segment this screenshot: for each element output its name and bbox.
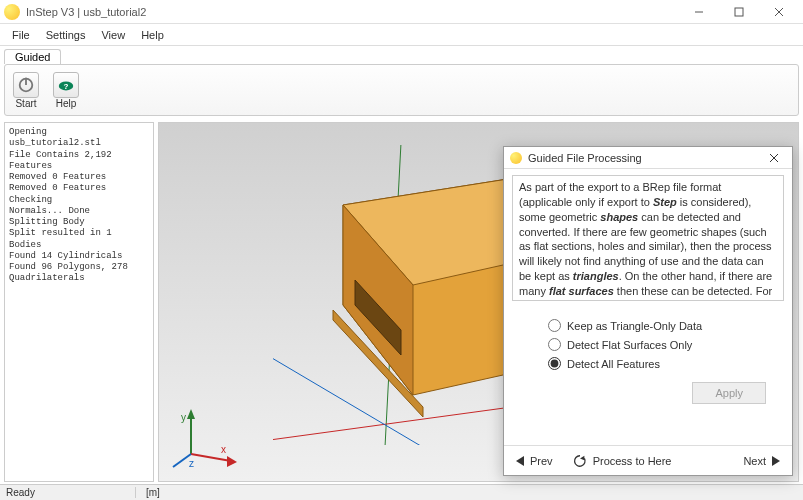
- help-cloud-icon: ?: [57, 76, 75, 94]
- menu-view[interactable]: View: [93, 24, 133, 45]
- maximize-button[interactable]: [719, 0, 759, 24]
- app-icon: [4, 4, 20, 20]
- window-titlebar: InStep V3 | usb_tutorial2: [0, 0, 803, 24]
- svg-rect-1: [735, 8, 743, 16]
- option-flat-only[interactable]: Detect Flat Surfaces Only: [548, 338, 784, 351]
- svg-marker-18: [187, 409, 195, 419]
- help-label: Help: [56, 98, 77, 109]
- svg-marker-27: [580, 455, 584, 459]
- window-title: InStep V3 | usb_tutorial2: [26, 6, 679, 18]
- start-label: Start: [15, 98, 36, 109]
- log-panel: Opening usb_tutorial2.stl File Contains …: [4, 122, 154, 482]
- prev-button[interactable]: Prev: [512, 453, 557, 469]
- menubar: File Settings View Help: [0, 24, 803, 46]
- close-icon: [769, 153, 779, 163]
- dialog-icon: [510, 152, 522, 164]
- next-label: Next: [743, 455, 766, 467]
- dialog-title: Guided File Processing: [528, 152, 762, 164]
- process-to-here-button[interactable]: Process to Here: [569, 452, 676, 470]
- prev-label: Prev: [530, 455, 553, 467]
- reload-icon: [573, 454, 587, 468]
- help-button[interactable]: ?: [53, 72, 79, 98]
- svg-marker-21: [227, 456, 237, 467]
- ribbon: Start ? Help: [4, 64, 799, 116]
- option-triangle-only[interactable]: Keep as Triangle-Only Data: [548, 319, 784, 332]
- close-button[interactable]: [759, 0, 799, 24]
- svg-text:?: ?: [64, 81, 69, 90]
- dialog-titlebar: Guided File Processing: [504, 147, 792, 169]
- next-button[interactable]: Next: [739, 453, 784, 469]
- power-icon: [17, 76, 35, 94]
- menu-settings[interactable]: Settings: [38, 24, 94, 45]
- feature-options: Keep as Triangle-Only Data Detect Flat S…: [512, 319, 784, 370]
- menu-help[interactable]: Help: [133, 24, 172, 45]
- apply-button[interactable]: Apply: [692, 382, 766, 404]
- svg-line-20: [191, 454, 231, 461]
- dialog-description: As part of the export to a BRep file for…: [512, 175, 784, 301]
- tab-guided[interactable]: Guided: [4, 49, 61, 64]
- svg-text:x: x: [221, 444, 226, 455]
- guided-processing-dialog: Guided File Processing As part of the ex…: [503, 146, 793, 476]
- status-ready: Ready: [6, 487, 35, 498]
- svg-text:z: z: [189, 458, 194, 469]
- chevron-right-icon: [772, 456, 780, 466]
- axis-gizmo: y x z: [171, 409, 241, 469]
- dialog-footer: Prev Process to Here Next: [504, 445, 792, 475]
- start-button[interactable]: [13, 72, 39, 98]
- option-all-features[interactable]: Detect All Features: [548, 357, 784, 370]
- status-bar: Ready [m]: [0, 484, 803, 500]
- status-unit: [m]: [135, 487, 160, 498]
- svg-text:y: y: [181, 412, 186, 423]
- menu-file[interactable]: File: [4, 24, 38, 45]
- chevron-left-icon: [516, 456, 524, 466]
- dialog-close-button[interactable]: [762, 149, 786, 167]
- minimize-button[interactable]: [679, 0, 719, 24]
- process-label: Process to Here: [593, 455, 672, 467]
- ribbon-tabstrip: Guided: [0, 46, 803, 64]
